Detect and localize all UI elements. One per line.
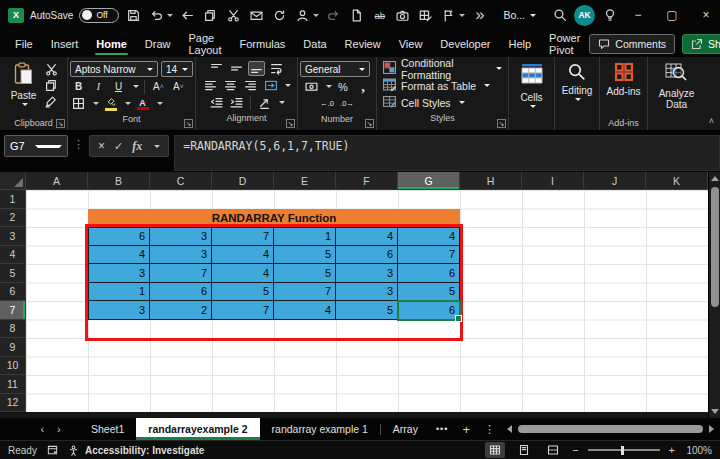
orientation-button[interactable]	[256, 95, 273, 110]
column-header-I[interactable]: I	[522, 172, 584, 190]
person-dropdown-icon[interactable]	[313, 14, 319, 17]
ribbon-tab-formulas[interactable]: Formulas	[231, 30, 295, 57]
share-button[interactable]: Share	[682, 34, 720, 54]
row-header-11[interactable]: 11	[0, 375, 26, 394]
row-header-7[interactable]: 7	[0, 301, 26, 320]
fx-dropdown-icon[interactable]	[154, 145, 160, 148]
cell-E3[interactable]: 1	[274, 227, 336, 246]
new-sheet-button[interactable]: +	[462, 422, 470, 437]
ribbon-tab-developer[interactable]: Developer	[431, 30, 499, 57]
accounting-format-button[interactable]	[303, 79, 320, 94]
italic-button[interactable]: I	[90, 79, 107, 94]
horizontal-scrollbar[interactable]	[501, 425, 720, 433]
page-layout-view-button[interactable]	[514, 442, 534, 458]
lightbulb-icon[interactable]	[601, 6, 618, 24]
flag-icon[interactable]	[440, 6, 457, 24]
increase-decimal-button[interactable]: ←.0	[319, 96, 336, 111]
collapse-ribbon-icon[interactable]: ˄	[709, 116, 714, 126]
name-box[interactable]: G7	[4, 135, 68, 157]
align-top-button[interactable]	[208, 61, 225, 76]
sheet-tab-randarrayexample-2[interactable]: randarrayexample 2	[136, 418, 259, 440]
page-break-view-button[interactable]	[543, 442, 563, 458]
alignment-dialog-launcher[interactable]: ↘	[286, 119, 295, 128]
strikethrough-icon[interactable]: ab	[371, 6, 388, 24]
decrease-indent-button[interactable]	[208, 95, 225, 110]
merge-dropdown-icon[interactable]	[285, 84, 291, 87]
cell-F6[interactable]: 3	[336, 283, 398, 302]
ribbon-tab-draw[interactable]: Draw	[136, 30, 180, 57]
underline-dropdown-icon[interactable]	[133, 85, 139, 88]
new-document-icon[interactable]	[348, 6, 365, 24]
row-header-5[interactable]: 5	[0, 264, 26, 283]
flag-dropdown-icon[interactable]	[459, 14, 465, 17]
cell-D5[interactable]: 4	[212, 264, 274, 283]
column-header-E[interactable]: E	[274, 172, 336, 190]
person-icon[interactable]	[294, 6, 311, 24]
cell-C6[interactable]: 6	[150, 283, 212, 302]
cell-F5[interactable]: 3	[336, 264, 398, 283]
fill-color-dropdown-icon[interactable]	[125, 102, 131, 105]
column-header-J[interactable]: J	[584, 172, 646, 190]
cell-B5[interactable]: 3	[88, 264, 150, 283]
cell-B3[interactable]: 6	[88, 227, 150, 246]
vertical-scroll-thumb[interactable]	[711, 187, 719, 307]
cell-E6[interactable]: 7	[274, 283, 336, 302]
cell-E5[interactable]: 5	[274, 264, 336, 283]
excel-logo-icon[interactable]: X	[8, 8, 24, 23]
analyze-data-button[interactable]: Analyze Data	[651, 60, 703, 113]
cell-G3[interactable]: 4	[398, 227, 460, 246]
cell-D7[interactable]: 7	[212, 301, 274, 320]
cell-C3[interactable]: 3	[150, 227, 212, 246]
editing-button[interactable]: Editing	[558, 60, 597, 103]
cell-F7[interactable]: 5	[336, 301, 398, 320]
orientation-dropdown-icon[interactable]	[279, 101, 285, 104]
avatar[interactable]: AK	[574, 5, 595, 26]
more-commands-button[interactable]: »	[471, 6, 488, 24]
cell-E4[interactable]: 5	[274, 246, 336, 265]
camera-icon[interactable]	[394, 6, 411, 24]
cell-F4[interactable]: 6	[336, 246, 398, 265]
column-header-F[interactable]: F	[336, 172, 398, 190]
comments-button[interactable]: Comments	[589, 34, 675, 54]
undo-icon[interactable]	[148, 6, 165, 24]
vertical-scrollbar[interactable]	[708, 172, 720, 418]
search-icon[interactable]	[551, 6, 568, 24]
next-sheet-button[interactable]: ›	[51, 423, 68, 435]
ribbon-tab-insert[interactable]: Insert	[42, 30, 88, 57]
increase-indent-button[interactable]	[228, 95, 245, 110]
row-header-8[interactable]: 8	[0, 320, 26, 339]
scroll-up-icon[interactable]	[711, 176, 719, 181]
column-header-K[interactable]: K	[646, 172, 708, 190]
ribbon-tab-data[interactable]: Data	[294, 30, 335, 57]
comma-style-button[interactable]: ,	[355, 79, 372, 94]
cell-B4[interactable]: 4	[88, 246, 150, 265]
cancel-icon[interactable]: ×	[98, 139, 105, 153]
underline-button[interactable]: U	[110, 79, 127, 94]
paste-button[interactable]: Paste	[7, 60, 41, 108]
cell-B6[interactable]: 1	[88, 283, 150, 302]
cell-G5[interactable]: 6	[398, 264, 460, 283]
styles-item-format-as-table[interactable]: Format as Table	[379, 77, 494, 94]
font-size-select[interactable]: 14	[161, 61, 193, 77]
cell-C4[interactable]: 3	[150, 246, 212, 265]
minimize-button[interactable]: −	[624, 0, 652, 30]
column-header-G[interactable]: G	[398, 172, 460, 190]
align-middle-button[interactable]	[228, 61, 245, 76]
redo-icon[interactable]	[325, 6, 342, 24]
refresh-icon[interactable]	[271, 6, 288, 24]
styles-dialog-launcher[interactable]: ↘	[497, 119, 506, 128]
more-sheets-button[interactable]: •••	[436, 424, 448, 434]
row-header-9[interactable]: 9	[0, 338, 26, 357]
row-header-2[interactable]: 2	[0, 209, 26, 228]
align-right-button[interactable]	[242, 78, 259, 93]
title-banner-cell[interactable]: RANDARRAY Function	[88, 209, 460, 228]
formula-input[interactable]: =RANDARRAY(5,6,1,7,TRUE)	[174, 135, 720, 171]
merge-center-button[interactable]	[262, 78, 279, 93]
font-dialog-launcher[interactable]: ↘	[184, 119, 193, 128]
row-header-1[interactable]: 1	[0, 190, 26, 209]
row-header-3[interactable]: 3	[0, 227, 26, 246]
column-header-D[interactable]: D	[212, 172, 274, 190]
scroll-down-icon[interactable]	[711, 409, 719, 414]
normal-view-button[interactable]	[485, 442, 505, 458]
ribbon-tab-help[interactable]: Help	[499, 30, 540, 57]
